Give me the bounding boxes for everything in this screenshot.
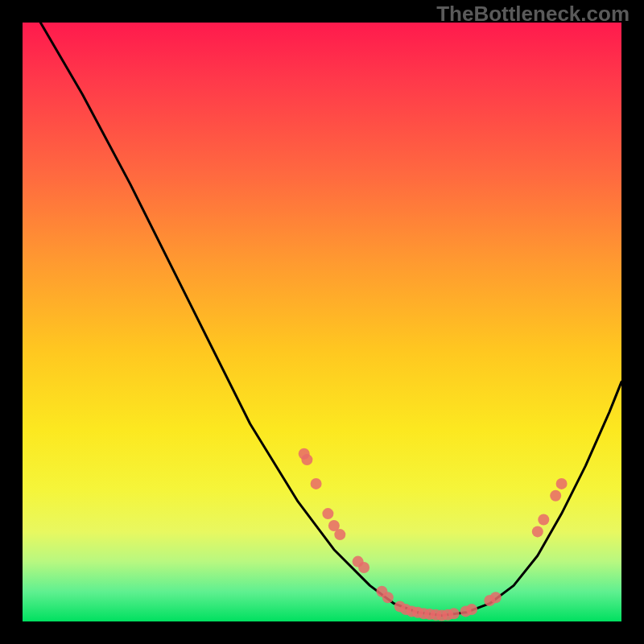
plot-area (23, 23, 621, 621)
chart-overlay (23, 23, 621, 621)
svg-point-9 (382, 592, 394, 603)
svg-point-5 (334, 529, 345, 540)
svg-point-25 (538, 514, 549, 526)
svg-point-19 (448, 608, 460, 619)
svg-point-3 (322, 508, 333, 519)
svg-point-24 (532, 526, 543, 537)
watermark-text: TheBottleneck.com (436, 2, 630, 27)
svg-point-21 (466, 604, 477, 615)
svg-point-27 (556, 478, 568, 489)
chart-frame (23, 23, 621, 621)
scatter-points (299, 448, 568, 621)
svg-point-2 (311, 478, 322, 489)
svg-point-26 (550, 490, 561, 502)
svg-point-7 (358, 562, 369, 573)
svg-point-1 (301, 454, 312, 465)
svg-point-23 (490, 592, 502, 603)
